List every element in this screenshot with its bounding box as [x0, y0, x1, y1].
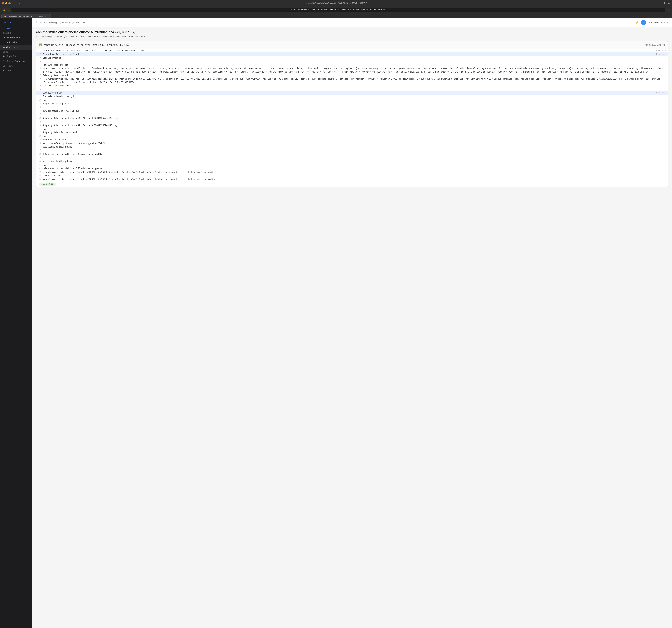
titlebar: ‹ › commodity/calculate/one/calculator-5… — [0, 0, 672, 7]
close-button[interactable] — [2, 2, 4, 4]
search-input[interactable] — [40, 21, 633, 24]
log-line-number: 27 — [36, 149, 43, 152]
new-tab-icon[interactable]: ⊞ — [668, 2, 670, 5]
log-line-number: 34 — [36, 174, 43, 177]
share-icon[interactable]: ⬆ — [664, 2, 666, 5]
back-button[interactable]: ‹ — [15, 2, 17, 5]
log-line-content: Shipping Rate lookup between US, AE for … — [43, 117, 668, 120]
sidebar-item-brightdata[interactable]: ◉ BrightData — [0, 54, 32, 58]
sidebar-label-automator: Automator — [6, 41, 17, 44]
url-input[interactable] — [11, 8, 666, 11]
tab-title: commodity/calculate/one/calculator-59ff4… — [305, 2, 367, 5]
log-header: ✅ commodity/calculate/one/calculator-59f… — [36, 41, 668, 49]
log-line-content: Additional handling time — [43, 160, 668, 163]
chevron-down-icon[interactable]: ▼ — [667, 22, 669, 23]
log-line: 3Loading Product — [36, 56, 668, 60]
breadcrumb-trail[interactable]: Trail — [40, 35, 44, 38]
log-line-content: Product => Calculate job Start — [43, 53, 654, 56]
log-line: 13.... — [36, 98, 668, 102]
log-line-number: 32 — [36, 167, 43, 170]
log-line: 18Shipping Rate lookup between US, AE fo… — [36, 116, 668, 120]
home-icon[interactable]: ⌂ — [36, 35, 37, 38]
log-line-content: .... — [43, 163, 668, 167]
log-line-number: 7 — [36, 74, 43, 77]
log-line-number: 5 — [36, 64, 43, 67]
back-label: Main — [5, 27, 9, 30]
traffic-lights — [2, 2, 10, 4]
log-line-content: Tracer has been initialized for commodit… — [43, 49, 654, 52]
fullscreen-button[interactable] — [8, 2, 10, 4]
breadcrumb-commodity[interactable]: Commodity — [54, 35, 65, 38]
log-timestamp: Mar 5, 2023 9:01 PM — [645, 44, 665, 46]
status-ok-icon: ✅ — [39, 44, 42, 46]
log-line: 2Product => Calculate job Start0 seconds — [36, 52, 668, 56]
log-line-number: 3 — [36, 56, 43, 59]
breadcrumb-logs[interactable]: Logs — [47, 35, 52, 38]
log-line: 27.... — [36, 149, 668, 152]
log-line: 28Calculator failed with the following e… — [36, 152, 668, 156]
brightdata-icon: ◉ — [3, 55, 5, 57]
sidebar-item-scraper-sampling[interactable]: ◎ Scraper Sampling — [0, 58, 32, 64]
sidebar-item-automator[interactable]: ✦ Automator — [0, 40, 32, 45]
forward-button[interactable]: › — [18, 2, 21, 5]
commodity-icon: ◈ — [3, 46, 5, 49]
log-line-content: Fetching Base product — [43, 74, 668, 77]
page-content: commodity/calculate/one/calculator-59ff4… — [32, 27, 672, 628]
minimize-button[interactable] — [5, 2, 7, 4]
log-line: 32Calculator failed with the following e… — [36, 167, 668, 170]
logs-icon: ≡ — [3, 69, 4, 72]
extension-icon: ⬡ — [7, 8, 9, 11]
active-tab[interactable]: commodity/calculate/one/calculator-59ff4… — [1, 14, 51, 18]
search-icon: 🔍 — [35, 21, 38, 24]
breadcrumb: ⌂ › Trail › Logs › Commodity › Calculate… — [36, 35, 668, 38]
sidebar-item-commodity[interactable]: ◈ Commodity — [0, 45, 32, 50]
security-icon: 🔒 — [3, 8, 6, 11]
log-line: 4 — [36, 60, 668, 63]
log-header-title: commodity/calculate/one/calculator-59ff4… — [44, 44, 130, 46]
log-line-number: 6 — [36, 67, 43, 70]
log-line-number: 12 — [36, 95, 43, 98]
log-line-number: 10 — [36, 88, 43, 91]
log-line-number: 33 — [36, 171, 43, 174]
logs-section-label: LOGS — [0, 50, 32, 54]
sidebar-item-logs[interactable]: ≡ Logs — [0, 68, 32, 73]
sidebar-label-scraper-sampling: Scraper Sampling — [6, 60, 25, 62]
titlebar-icons: ⬆ ⊞ — [664, 2, 670, 5]
log-line-content: Calculator failed with the following err… — [43, 152, 668, 156]
sidebar-back-item[interactable]: ‹ Main — [0, 26, 32, 31]
breadcrumb-calculate[interactable]: Calculate — [68, 35, 77, 38]
log-line-content: .... — [43, 149, 668, 152]
log-line-content: .... — [43, 120, 668, 123]
log-line-content: Calculation result — [43, 174, 668, 177]
log-line-number: 24 — [36, 138, 43, 141]
lightning-icon[interactable]: ⚡ — [635, 21, 639, 24]
breadcrumb-calculator[interactable]: Calculator-59ff489d6c-gz462 — [87, 35, 114, 38]
log-line-content: .... — [43, 156, 668, 159]
traces-section-label: TRACES — [0, 31, 32, 35]
log-line-number: 4 — [36, 60, 43, 63]
log-line-content: => #<Commodity::Product::Detail _id: 63f… — [43, 67, 668, 73]
log-line-number: 30 — [36, 160, 43, 163]
log-line-number: 19 — [36, 120, 43, 123]
log-line: 11Calculator: Start0 seconds — [36, 91, 668, 95]
breadcrumb-one[interactable]: One — [80, 35, 84, 38]
log-line-number: 23 — [36, 134, 43, 138]
log-line-number: 18 — [36, 117, 43, 120]
avatar: JV — [641, 20, 646, 25]
log-line-number: 11 — [36, 91, 43, 95]
log-line-content: Shipping Rates for Main product — [43, 131, 668, 134]
log-line: 21.... — [36, 127, 668, 131]
log-line: 10 — [36, 88, 668, 91]
search-right: ⚡ JV jozef@dropbot.sh ▼ — [635, 20, 669, 25]
log-line: 14Weight for Main product — [36, 102, 668, 105]
user-name: jozef@dropbot.sh — [648, 21, 665, 24]
log-line-number: 8 — [36, 77, 43, 80]
log-line: 6=> #<Commodity::Product::Detail _id: 63… — [36, 67, 668, 74]
breadcrumb-hash[interactable]: #6404cae07363a300078f81dd — [116, 35, 145, 38]
log-line: 22Shipping Rates for Main product — [36, 131, 668, 134]
refresh-icon[interactable]: ↻ — [667, 8, 669, 11]
sidebar-item-procurement[interactable]: ☁ Procurement — [0, 35, 32, 40]
log-line: 23.... — [36, 134, 668, 138]
log-line-content: .... — [43, 106, 668, 109]
log-tag: prod:3637157 — [39, 182, 56, 185]
